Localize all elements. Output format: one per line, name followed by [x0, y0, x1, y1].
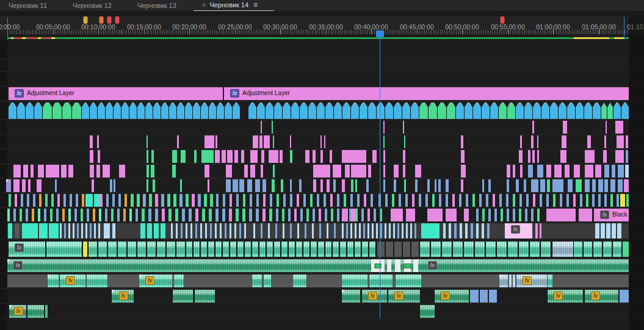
timeline-clip[interactable] — [397, 223, 399, 239]
timeline-clip[interactable] — [60, 223, 62, 239]
timeline-clip[interactable] — [153, 102, 161, 119]
timeline-clip[interactable] — [149, 194, 152, 207]
timeline-clip[interactable] — [499, 102, 507, 119]
timeline-clip[interactable] — [576, 102, 584, 119]
timeline-clip[interactable] — [20, 209, 22, 221]
timeline-clip[interactable] — [585, 179, 590, 192]
timeline-clip[interactable] — [223, 242, 229, 257]
timeline-clip[interactable] — [387, 259, 391, 272]
timeline-clip[interactable] — [526, 194, 529, 207]
timeline-clip[interactable] — [446, 179, 449, 192]
fx-badge-icon[interactable]: fx — [591, 292, 600, 300]
fx-badge-icon[interactable]: fx — [368, 292, 377, 300]
timeline-clip[interactable] — [331, 209, 333, 221]
timeline-clip[interactable] — [325, 242, 331, 257]
timeline-clip[interactable] — [73, 223, 74, 239]
timeline-clip[interactable] — [230, 194, 232, 207]
timeline-clip[interactable] — [259, 135, 262, 148]
timeline-clip[interactable] — [147, 223, 152, 239]
timeline-clip[interactable] — [200, 223, 202, 239]
timeline-clip[interactable] — [497, 242, 507, 257]
fx-badge-icon[interactable]: fx — [511, 225, 520, 234]
timeline-clip[interactable] — [98, 102, 105, 119]
timeline-clip[interactable] — [493, 194, 495, 207]
timeline-clip[interactable] — [137, 242, 146, 257]
timeline-clip[interactable] — [540, 179, 545, 192]
timeline-clip[interactable] — [447, 102, 455, 119]
timeline-clip[interactable] — [446, 209, 457, 221]
timeline-clip[interactable] — [553, 194, 555, 207]
timeline-clip[interactable] — [176, 242, 185, 257]
timeline-clip[interactable] — [317, 194, 319, 207]
timeline-clip[interactable] — [624, 179, 629, 192]
timeline-clip[interactable] — [584, 242, 592, 257]
timeline-clip[interactable] — [617, 194, 619, 207]
timeline-clip[interactable] — [151, 165, 154, 178]
timeline-clip[interactable] — [580, 194, 582, 207]
timeline-clip[interactable] — [68, 165, 73, 178]
timeline-clip[interactable] — [507, 179, 509, 192]
timeline-clip[interactable] — [22, 179, 26, 192]
timeline-clip[interactable] — [519, 150, 523, 163]
timeline-clip[interactable] — [432, 194, 435, 207]
timeline-clip[interactable] — [215, 223, 217, 239]
timeline-clip[interactable] — [128, 242, 136, 257]
timeline-clip[interactable] — [52, 102, 62, 119]
timeline-clip[interactable] — [486, 194, 488, 207]
timeline-clip[interactable] — [15, 194, 17, 207]
timeline-clip[interactable] — [613, 242, 621, 257]
timeline-clip[interactable] — [337, 194, 339, 207]
timeline-clip[interactable] — [119, 165, 125, 178]
timeline-clip[interactable] — [241, 150, 244, 163]
timeline-clip[interactable] — [406, 209, 415, 221]
timeline-clip[interactable] — [330, 194, 333, 207]
timeline-clip[interactable] — [103, 165, 110, 178]
timeline-clip[interactable] — [269, 209, 272, 221]
timeline-clip[interactable] — [220, 223, 222, 239]
timeline-clip[interactable] — [269, 150, 278, 163]
timeline-clip[interactable] — [51, 194, 54, 207]
timeline-clip[interactable] — [531, 179, 538, 192]
timeline-clip[interactable] — [27, 305, 44, 318]
timeline-clip[interactable] — [70, 194, 72, 207]
timeline-clip[interactable] — [209, 209, 212, 221]
timeline-clip[interactable] — [63, 194, 66, 207]
timeline-clip[interactable] — [147, 150, 148, 163]
timeline-clip[interactable] — [592, 179, 596, 192]
timeline-clip[interactable] — [173, 194, 176, 207]
timeline-clip[interactable] — [333, 165, 341, 178]
timeline-clip[interactable] — [470, 290, 479, 303]
timeline-clip[interactable] — [377, 102, 385, 119]
timeline-clip[interactable] — [38, 165, 44, 178]
timeline-clip[interactable] — [482, 179, 484, 192]
timeline-clip[interactable] — [454, 223, 457, 239]
timeline-clip[interactable] — [131, 194, 134, 207]
fx-badge-icon[interactable]: fx — [15, 243, 24, 252]
timeline-clip[interactable]: fx — [7, 259, 629, 272]
timeline-clip[interactable] — [391, 209, 403, 221]
timeline-clip[interactable] — [129, 102, 137, 119]
timeline-clip[interactable] — [367, 209, 370, 221]
timeline-clip[interactable] — [110, 179, 112, 192]
timeline-clip[interactable] — [83, 242, 87, 257]
timeline-clip[interactable] — [204, 194, 207, 207]
timeline-clip[interactable] — [392, 194, 394, 207]
timeline-clip[interactable] — [334, 223, 336, 239]
timeline-clip[interactable] — [114, 102, 121, 119]
timeline-clip[interactable] — [137, 102, 145, 119]
timeline-clip[interactable] — [419, 102, 428, 119]
timeline-clip[interactable] — [234, 223, 236, 239]
timeline-clip[interactable]: fx — [548, 290, 583, 303]
timeline-clip[interactable] — [612, 223, 616, 239]
timeline-clip[interactable] — [125, 194, 127, 207]
timeline-clip[interactable] — [195, 223, 197, 239]
timeline-clip[interactable] — [411, 102, 419, 119]
timeline-clip[interactable] — [623, 242, 629, 257]
timeline-clip[interactable] — [62, 209, 65, 221]
fx-badge-icon[interactable]: fx — [119, 292, 128, 300]
timeline-clip[interactable] — [626, 150, 628, 163]
fx-badge-icon[interactable]: fx — [428, 261, 437, 270]
timeline-clip[interactable] — [168, 209, 172, 221]
timeline-clip[interactable] — [442, 242, 452, 257]
timeline-clip[interactable] — [342, 102, 350, 119]
